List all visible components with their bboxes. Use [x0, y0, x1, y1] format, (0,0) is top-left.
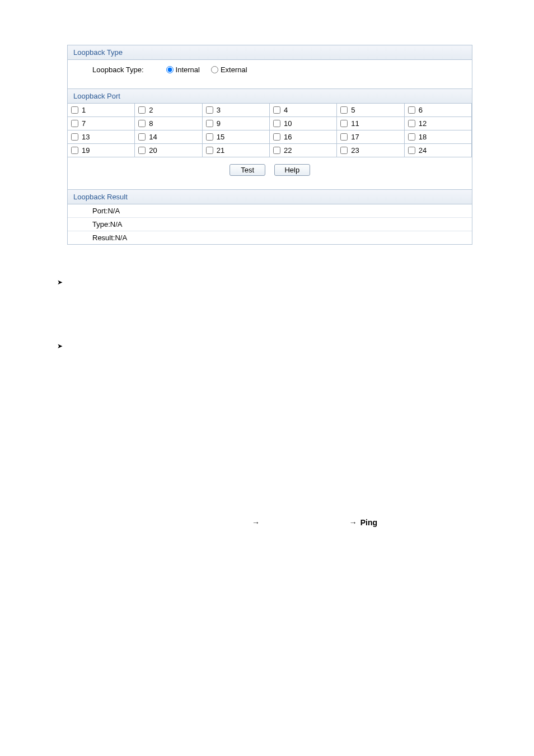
- port-label: 15: [217, 133, 224, 141]
- port-checkbox[interactable]: [408, 106, 415, 114]
- port-cell[interactable]: 7: [67, 116, 135, 130]
- port-label: 13: [82, 133, 90, 141]
- port-cell[interactable]: 4: [269, 103, 337, 117]
- port-cell[interactable]: 21: [202, 143, 270, 157]
- port-cell[interactable]: 6: [404, 103, 472, 117]
- port-label: 17: [351, 133, 359, 141]
- port-checkbox[interactable]: [273, 106, 280, 114]
- port-cell[interactable]: 10: [269, 116, 337, 130]
- result-port-value: N/A: [107, 207, 120, 215]
- port-label: 20: [149, 146, 157, 155]
- arrow-right-icon: →: [349, 518, 357, 527]
- port-checkbox[interactable]: [340, 120, 348, 127]
- result-port-row: Port:N/A: [68, 204, 472, 217]
- port-label: 18: [419, 133, 427, 141]
- test-button[interactable]: Test: [229, 164, 265, 176]
- bullet-icon: ➤: [57, 278, 534, 286]
- help-button[interactable]: Help: [274, 164, 310, 176]
- loopback-type-label: Loopback Type:: [92, 66, 144, 74]
- port-cell[interactable]: 24: [404, 143, 472, 157]
- port-cell[interactable]: 5: [336, 103, 404, 117]
- loopback-result-header: Loopback Result: [68, 189, 472, 204]
- radio-external-wrap[interactable]: External: [211, 66, 247, 74]
- port-checkbox[interactable]: [206, 120, 213, 127]
- result-type-value: N/A: [110, 220, 123, 228]
- port-cell[interactable]: 3: [202, 103, 270, 117]
- port-label: 5: [351, 106, 355, 114]
- port-label: 24: [419, 146, 427, 155]
- port-checkbox[interactable]: [138, 120, 146, 127]
- port-checkbox[interactable]: [340, 147, 348, 154]
- port-label: 8: [149, 119, 153, 128]
- bottom-nav: → →Ping: [0, 518, 534, 527]
- port-label: 10: [284, 119, 292, 128]
- port-checkbox[interactable]: [340, 133, 348, 141]
- port-label: 11: [351, 119, 359, 128]
- port-label: 2: [149, 106, 153, 114]
- port-checkbox[interactable]: [138, 106, 146, 114]
- loopback-port-header: Loopback Port: [68, 88, 472, 104]
- port-label: 21: [217, 146, 224, 155]
- port-label: 6: [419, 106, 423, 114]
- port-cell[interactable]: 23: [336, 143, 404, 157]
- port-label: 1: [82, 106, 86, 114]
- button-row: Test Help: [68, 157, 472, 189]
- port-checkbox[interactable]: [71, 147, 78, 154]
- port-cell[interactable]: 2: [134, 103, 202, 117]
- port-checkbox[interactable]: [71, 120, 78, 127]
- port-checkbox[interactable]: [138, 133, 146, 141]
- port-label: 4: [284, 106, 288, 114]
- port-cell[interactable]: 18: [404, 130, 472, 144]
- bullet-icon: ➤: [57, 342, 534, 350]
- port-checkbox[interactable]: [340, 106, 348, 114]
- result-result-value: N/A: [115, 234, 127, 242]
- port-checkbox[interactable]: [206, 133, 213, 141]
- port-cell[interactable]: 19: [67, 143, 135, 157]
- port-checkbox[interactable]: [206, 147, 213, 154]
- port-cell[interactable]: 17: [336, 130, 404, 144]
- port-checkbox[interactable]: [138, 147, 146, 154]
- port-checkbox[interactable]: [408, 147, 415, 154]
- port-cell[interactable]: 16: [269, 130, 337, 144]
- port-cell[interactable]: 14: [134, 130, 202, 144]
- port-label: 12: [419, 119, 427, 128]
- port-label: 22: [284, 146, 292, 155]
- ping-label: Ping: [360, 518, 377, 527]
- radio-external-label: External: [221, 66, 247, 74]
- port-cell[interactable]: 15: [202, 130, 270, 144]
- loopback-type-header: Loopback Type: [68, 45, 472, 60]
- port-cell[interactable]: 20: [134, 143, 202, 157]
- port-checkbox[interactable]: [71, 106, 78, 114]
- port-checkbox[interactable]: [408, 133, 415, 141]
- loopback-type-row: Loopback Type: Internal External: [68, 60, 472, 88]
- port-checkbox[interactable]: [273, 133, 280, 141]
- loopback-panel: Loopback Type Loopback Type: Internal Ex…: [67, 45, 472, 245]
- port-cell[interactable]: 8: [134, 116, 202, 130]
- chevron-right-icon: ➤: [57, 278, 63, 286]
- port-checkbox[interactable]: [71, 133, 78, 141]
- port-label: 7: [82, 119, 86, 128]
- radio-external[interactable]: [211, 66, 218, 73]
- port-checkbox[interactable]: [206, 106, 213, 114]
- port-label: 23: [351, 146, 359, 155]
- result-type-row: Type:N/A: [68, 217, 472, 231]
- port-checkbox[interactable]: [273, 120, 280, 127]
- port-label: 14: [149, 133, 157, 141]
- port-cell[interactable]: 11: [336, 116, 404, 130]
- port-cell[interactable]: 1: [67, 103, 135, 117]
- port-cell[interactable]: 12: [404, 116, 472, 130]
- port-checkbox[interactable]: [273, 147, 280, 154]
- result-port-label: Port:: [92, 207, 107, 215]
- result-result-row: Result:N/A: [68, 231, 472, 244]
- radio-internal-wrap[interactable]: Internal: [166, 66, 200, 74]
- port-cell[interactable]: 22: [269, 143, 337, 157]
- arrow-right-icon: →: [252, 518, 260, 527]
- port-cell[interactable]: 9: [202, 116, 270, 130]
- radio-internal-label: Internal: [176, 66, 200, 74]
- port-label: 9: [217, 119, 221, 128]
- port-cell[interactable]: 13: [67, 130, 135, 144]
- port-checkbox[interactable]: [408, 120, 415, 127]
- chevron-right-icon: ➤: [57, 342, 63, 350]
- radio-internal[interactable]: [166, 66, 174, 73]
- result-result-label: Result:: [92, 234, 115, 242]
